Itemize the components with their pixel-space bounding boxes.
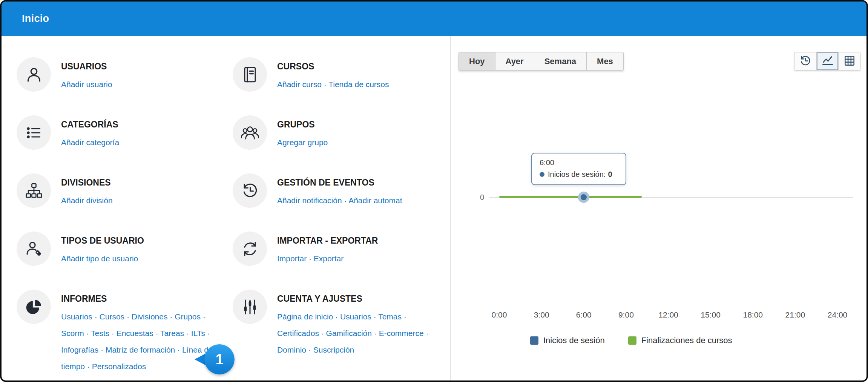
highlighted-data-point[interactable] [578, 192, 589, 203]
link-separator: · [124, 312, 132, 321]
menu-columns: USUARIOSAñadir usuarioCATEGORÍASAñadir c… [17, 57, 450, 382]
section-links: Agregar grupo [277, 134, 429, 151]
menu-link[interactable]: Cursos [100, 312, 125, 321]
sliders-icon [233, 290, 267, 324]
legend-item: Finalizaciones de cursos [628, 336, 732, 345]
menu-link[interactable]: Infografías [61, 345, 98, 354]
menu-link[interactable]: Añadir automat [348, 196, 402, 205]
section-links: Añadir categoría [61, 134, 224, 151]
area-chart-icon [821, 54, 834, 68]
menu-link[interactable]: ILTs [191, 329, 205, 338]
x-tick-label: 3:00 [534, 310, 549, 319]
legend-item: Inicios de sesión [530, 336, 605, 345]
range-button-mes[interactable]: Mes [586, 52, 623, 70]
menu-section: TIPOS DE USUARIOAñadir tipo de usuario [17, 232, 233, 267]
link-separator: · [322, 80, 328, 89]
legend-swatch [530, 336, 538, 345]
link-separator: · [342, 196, 349, 205]
callout-number: 1 [204, 344, 235, 374]
view-button-table-icon[interactable] [838, 52, 860, 70]
menu-link[interactable]: E-commerce [379, 329, 424, 338]
menu-link[interactable]: Suscripción [313, 345, 354, 354]
pie-chart-icon [17, 290, 51, 324]
menu-link[interactable]: Añadir categoría [61, 138, 119, 147]
link-separator: · [175, 345, 182, 354]
section-title: DIVISIONES [61, 177, 224, 188]
section-title: IMPORTAR - EXPORTAR [277, 235, 429, 246]
list-icon [17, 115, 51, 150]
menu-link[interactable]: Tests [91, 329, 109, 338]
chart-panel: HoyAyerSemanaMes 6:00 Inicios de sesión:… [451, 36, 866, 380]
section-links: Añadir tipo de usuario [61, 250, 224, 267]
section-title: TIPOS DE USUARIO [61, 235, 224, 246]
legend-swatch [628, 336, 636, 345]
menu-link[interactable]: Añadir división [61, 196, 113, 205]
menu-link[interactable]: Página de inicio [277, 312, 333, 321]
x-tick-label: 9:00 [618, 310, 634, 319]
view-button-history-icon[interactable] [794, 52, 816, 70]
menu-section-body: TIPOS DE USUARIOAñadir tipo de usuario [61, 232, 224, 267]
menu-section: DIVISIONESAñadir división [17, 173, 233, 209]
menu-link[interactable]: Personalizados [92, 362, 146, 371]
menu-link[interactable]: Grupos [175, 312, 201, 321]
menu-section: CURSOSAñadir curso · Tienda de cursos [233, 57, 444, 93]
menu-section-body: GESTIÓN DE EVENTOSAñadir notificación · … [277, 173, 429, 209]
section-title: GRUPOS [277, 119, 429, 130]
group-icon [233, 115, 267, 150]
range-button-hoy[interactable]: Hoy [459, 52, 495, 70]
user-tag-icon [17, 232, 51, 266]
menu-link[interactable]: Usuarios [340, 312, 371, 321]
link-separator: · [92, 312, 100, 321]
menu-link[interactable]: Gamificación [326, 329, 372, 338]
menu-link[interactable]: Certificados [277, 329, 319, 338]
link-separator: · [306, 345, 313, 354]
range-button-group: HoyAyerSemanaMes [459, 52, 624, 71]
menu-link[interactable]: Matriz de formación [106, 345, 175, 354]
menu-link[interactable]: Tienda de cursos [328, 80, 389, 89]
menu-link[interactable]: Dominio [277, 345, 306, 354]
menu-link[interactable]: Añadir tipo de usuario [61, 254, 138, 263]
link-separator: · [307, 254, 314, 263]
section-links: Página de inicio · Usuarios · Temas · Ce… [277, 308, 429, 358]
x-tick-label: 0:00 [492, 310, 507, 319]
history-icon [799, 54, 812, 68]
link-separator: · [372, 329, 379, 338]
menu-section: USUARIOSAñadir usuario [17, 57, 233, 93]
section-links: Importar · Exportar [277, 250, 429, 267]
section-title: CURSOS [277, 61, 429, 72]
link-separator: · [109, 329, 117, 338]
menu-link[interactable]: Añadir notificación [277, 196, 342, 205]
view-button-area-chart-icon[interactable] [816, 52, 838, 70]
menu-section: IMPORTAR - EXPORTARImportar · Exportar [233, 232, 444, 267]
menu-section-body: GRUPOSAgregar grupo [277, 115, 429, 151]
menu-link[interactable]: Scorm [61, 329, 84, 338]
link-separator: · [333, 312, 340, 321]
menu-link[interactable]: Exportar [314, 254, 344, 263]
menu-link[interactable]: Añadir curso [277, 80, 322, 89]
series-line-finalizaciones[interactable] [499, 196, 642, 198]
menu-section-body: DIVISIONESAñadir división [61, 173, 224, 209]
menu-section: CATEGORÍASAñadir categoría [17, 115, 233, 151]
link-separator: · [201, 312, 205, 321]
section-title: CATEGORÍAS [61, 119, 224, 130]
page-title: Inicio [22, 13, 49, 25]
menu-link[interactable]: Temas [378, 312, 402, 321]
menu-section: GESTIÓN DE EVENTOSAñadir notificación · … [233, 173, 444, 209]
menu-link[interactable]: Tareas [160, 329, 184, 338]
menu-link[interactable]: Usuarios [61, 312, 92, 321]
app-window: Inicio USUARIOSAñadir usuarioCATEGORÍASA… [0, 0, 868, 382]
menu-link[interactable]: Encuestas [117, 329, 153, 338]
range-button-ayer[interactable]: Ayer [495, 52, 534, 70]
range-button-semana[interactable]: Semana [534, 52, 586, 70]
x-tick-label: 12:00 [658, 310, 678, 319]
menu-link[interactable]: Añadir usuario [61, 80, 112, 89]
menu-link[interactable]: Agregar grupo [277, 138, 328, 147]
y-axis-label: 0 [466, 192, 484, 203]
chart-tooltip: 6:00 Inicios de sesión: 0 [531, 153, 626, 185]
section-links: Añadir curso · Tienda de cursos [277, 76, 429, 93]
menu-link[interactable]: Importar [277, 254, 307, 263]
menu-link[interactable]: Divisiones [132, 312, 168, 321]
menu-section: GRUPOSAgregar grupo [233, 115, 444, 151]
legend-label: Finalizaciones de cursos [641, 336, 732, 345]
series-dot-icon [540, 172, 544, 177]
